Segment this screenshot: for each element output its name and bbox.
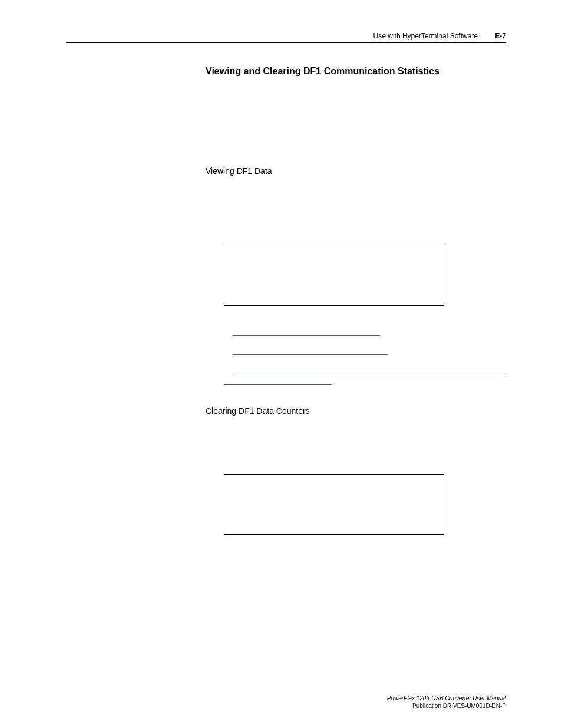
heading-main: Viewing and Clearing DF1 Communication S… [206,66,439,77]
terminal-box-clear [224,474,444,535]
header-rule [66,42,506,43]
heading-clear-df1: Clearing DF1 Data Counters [206,406,310,416]
hyperlink-line-3[interactable] [233,373,505,373]
terminal-box-view [224,245,444,306]
heading-view-df1: Viewing DF1 Data [206,166,272,176]
hyperlink-line-1[interactable] [233,335,380,336]
footer-manual-title: PowerFlex 1203-USB Converter User Manual [387,695,506,701]
page-number: E-7 [495,32,506,40]
hyperlink-line-2[interactable] [233,354,388,355]
footer-publication: Publication DRIVES-UM001D-EN-P [412,703,506,709]
hyperlink-line-4[interactable] [224,384,332,385]
header-section: Use with HyperTerminal Software [373,32,478,40]
